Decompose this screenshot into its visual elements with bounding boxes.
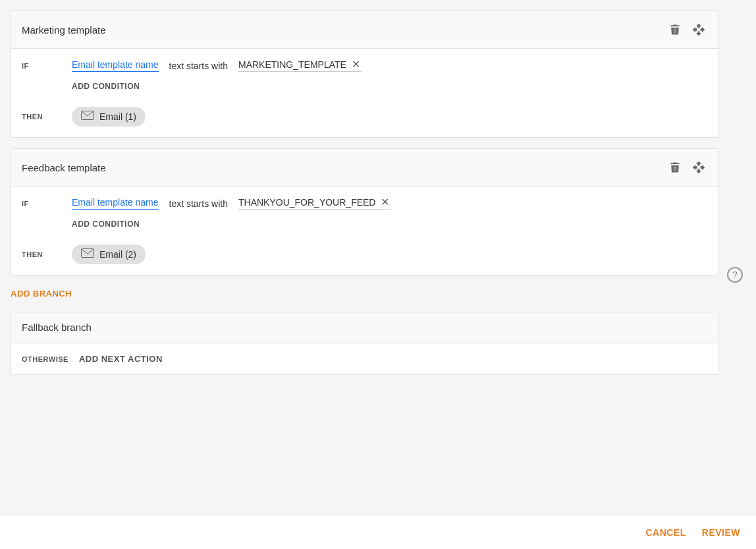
add-branch-link[interactable]: ADD BRANCH: [11, 286, 719, 301]
branch-body-marketing: IF Email template name text starts with …: [11, 49, 718, 137]
action-row-feedback: THEN Email (2): [22, 245, 708, 264]
header-actions-marketing: [666, 20, 708, 39]
move-icon: [692, 23, 705, 36]
branch-body-feedback: IF Email template name text starts with …: [11, 187, 718, 275]
email-chip-label-feedback: Email (2): [99, 249, 136, 260]
branch-card-feedback: Feedback template: [11, 148, 719, 275]
otherwise-label: OTHERWISE: [22, 355, 68, 363]
condition-row-marketing: IF Email template name text starts with …: [22, 59, 708, 72]
header-actions-feedback: [666, 158, 708, 177]
email-icon-marketing: [81, 111, 94, 123]
help-icon-text: ?: [732, 270, 737, 279]
cancel-button[interactable]: CANCEL: [645, 527, 686, 538]
add-condition-feedback[interactable]: ADD CONDITION: [72, 219, 140, 229]
condition-value-marketing: MARKETING_TEMPLATE: [238, 59, 346, 70]
condition-value-feedback: THANKYOU_FOR_YOUR_FEED: [238, 197, 375, 208]
branch-title-marketing: Marketing template: [22, 24, 106, 36]
trash-icon-feedback: [668, 161, 682, 174]
condition-field-feedback[interactable]: Email template name: [72, 197, 159, 210]
fallback-card: Fallback branch OTHERWISE ADD NEXT ACTIO…: [11, 312, 719, 375]
add-condition-marketing[interactable]: ADD CONDITION: [72, 82, 140, 91]
remove-condition-feedback-button[interactable]: ✕: [379, 197, 391, 208]
condition-value-wrap-feedback: THANKYOU_FOR_YOUR_FEED ✕: [238, 197, 391, 210]
action-row-marketing: THEN Email (1): [22, 107, 708, 127]
condition-field-marketing[interactable]: Email template name: [72, 59, 159, 72]
condition-operator-marketing: text starts with: [169, 61, 228, 71]
review-button[interactable]: REVIEW: [702, 527, 740, 538]
email-chip-feedback[interactable]: Email (2): [72, 245, 146, 264]
then-label-marketing: THEN: [22, 113, 61, 121]
then-label-feedback: THEN: [22, 250, 61, 258]
delete-branch-feedback-button[interactable]: [666, 158, 684, 177]
email-chip-marketing[interactable]: Email (1): [72, 107, 146, 127]
branch-title-feedback: Feedback template: [22, 162, 106, 173]
drag-branch-marketing-button[interactable]: [689, 20, 708, 39]
fallback-title: Fallback branch: [22, 322, 92, 333]
fallback-header: Fallback branch: [11, 312, 718, 343]
branch-card-marketing: Marketing template: [11, 11, 719, 138]
fallback-body: OTHERWISE ADD NEXT ACTION: [11, 343, 718, 374]
email-icon-feedback: [81, 248, 94, 260]
footer: CANCEL REVIEW: [0, 515, 756, 549]
drag-branch-feedback-button[interactable]: [689, 158, 708, 177]
condition-row-feedback: IF Email template name text starts with …: [22, 197, 708, 210]
branch-header-feedback: Feedback template: [11, 149, 718, 187]
email-svg-marketing: [81, 111, 94, 120]
condition-value-wrap-marketing: MARKETING_TEMPLATE ✕: [238, 59, 362, 72]
if-label-feedback: IF: [22, 200, 61, 208]
main-scroll-area[interactable]: Marketing template: [0, 0, 730, 515]
delete-branch-marketing-button[interactable]: [666, 20, 684, 39]
move-icon-feedback: [692, 161, 705, 174]
email-svg-feedback: [81, 248, 94, 258]
add-next-action-link[interactable]: ADD NEXT ACTION: [79, 354, 163, 364]
remove-condition-marketing-button[interactable]: ✕: [350, 59, 362, 70]
email-chip-label-marketing: Email (1): [99, 111, 136, 122]
branch-header-marketing: Marketing template: [11, 11, 718, 49]
help-icon[interactable]: ?: [727, 267, 743, 283]
condition-operator-feedback: text starts with: [169, 198, 228, 209]
if-label-marketing: IF: [22, 62, 61, 70]
trash-icon: [668, 23, 682, 36]
